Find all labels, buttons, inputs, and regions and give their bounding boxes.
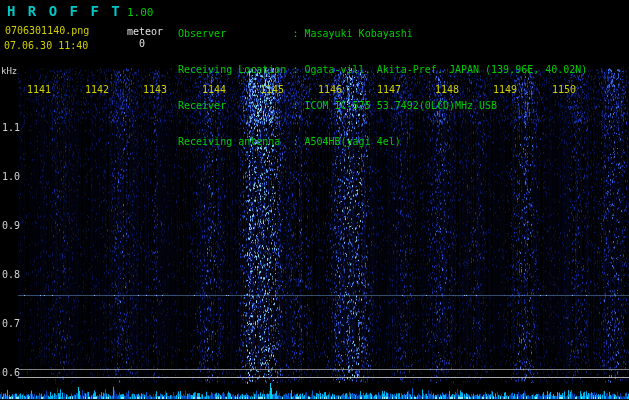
x-tick-1142: 1142 [85,84,109,95]
info-line-observer: Observer : Masayuki Kobayashi [178,28,587,40]
app-version: 1.00 [127,6,154,19]
x-tick-1147: 1147 [377,84,401,95]
x-tick-1148: 1148 [435,84,459,95]
x-tick-1144: 1144 [202,84,226,95]
mode-label: meteor [127,26,163,37]
y-tick-0.8: 0.8 [2,269,20,280]
y-tick-0.9: 0.9 [2,220,20,231]
app-title: H R O F F T [7,3,122,19]
info-line-receiver: Receiver : ICOM IC-575 53.7492(0LCD)MHz … [178,100,587,112]
hrofft-output-screen: H R O F F T 1.00 0706301140.png meteor 0… [0,0,629,400]
timestamp: 07.06.30 11:40 [4,40,88,51]
y-tick-0.6: 0.6 [2,367,20,378]
info-line-antenna: Receiving antenna : A504HB(yagi 4el) [178,136,587,148]
x-tick-1150: 1150 [552,84,576,95]
x-tick-1141: 1141 [27,84,51,95]
y-tick-1.1: 1.1 [2,122,20,133]
x-tick-1146: 1146 [318,84,342,95]
x-tick-1145: 1145 [260,84,284,95]
x-tick-1149: 1149 [493,84,517,95]
y-axis-unit-label: kHz [1,66,17,76]
x-tick-1143: 1143 [143,84,167,95]
info-line-location: Receiving Location : Ogata-vill. Akita-P… [178,64,587,76]
meteor-count: 0 [139,38,145,49]
y-tick-1.0: 1.0 [2,171,20,182]
y-tick-0.7: 0.7 [2,318,20,329]
output-filename: 0706301140.png [5,25,89,36]
